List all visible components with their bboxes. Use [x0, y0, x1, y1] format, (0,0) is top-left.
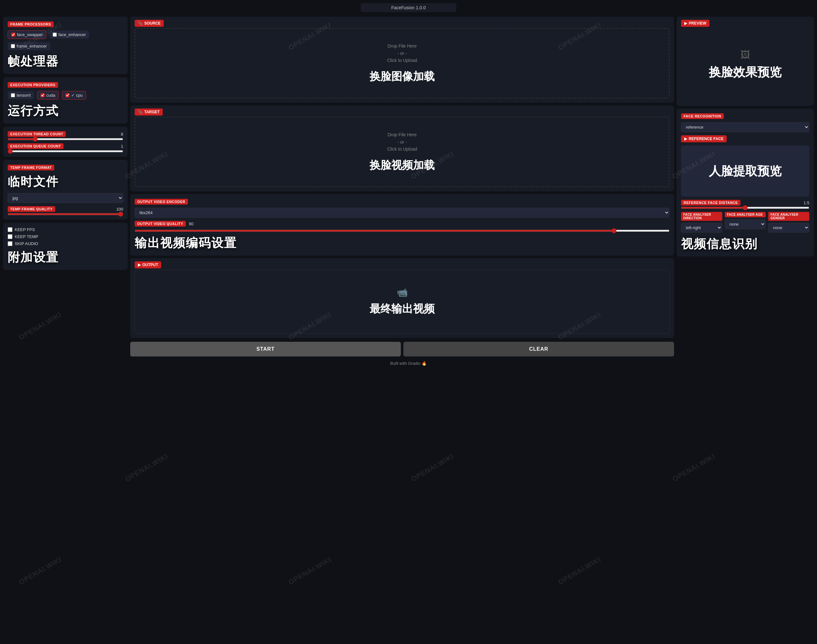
- face-recognition-badge: FACE RECOGNITION: [681, 113, 724, 119]
- face-recognition-select[interactable]: reference many: [681, 122, 809, 132]
- skip-audio-checkbox[interactable]: [8, 241, 12, 246]
- target-drop-text: Drop File Here - or - Click to Upload: [387, 131, 417, 153]
- execution-thread-slider[interactable]: [8, 138, 123, 140]
- frame-processors-chinese: 帧处理器: [8, 53, 123, 70]
- source-drop-line2: - or -: [397, 51, 407, 56]
- encoder-row: OUTPUT VIDEO ENCODER libx264 libx265 lib…: [135, 198, 670, 251]
- execution-thread-slider-row: EXECUTION THREAD COUNT 8: [8, 131, 123, 140]
- preview-placeholder-icon: 🖼: [740, 49, 750, 60]
- right-panel: ▶ PREVIEW 🖼 换脸效果预览 FACE RECOGNIT: [677, 17, 814, 256]
- main-layout: FRAME PROCESSORS face_swapper face_enhan…: [3, 17, 814, 356]
- execution-providers-badge: EXECUTION PROVIDERS: [8, 82, 58, 88]
- skip-audio-item[interactable]: SKIP AUDIO: [8, 241, 123, 246]
- encoder-chinese: 输出视频编码设置: [135, 235, 670, 251]
- target-badge: 📎 TARGET: [135, 109, 163, 115]
- ref-distance-slider[interactable]: [681, 207, 809, 209]
- execution-thread-badge: EXECUTION THREAD COUNT: [8, 131, 66, 137]
- temp-frame-quality-slider[interactable]: [8, 213, 123, 215]
- preview-badge-label: PREVIEW: [689, 21, 706, 26]
- checkbox-frame-enhancer[interactable]: frame_enhancer: [8, 42, 50, 50]
- encoder-badge: OUTPUT VIDEO ENCODER: [135, 199, 188, 205]
- face-analyser-age-select[interactable]: none child teen adult senior: [725, 219, 766, 229]
- keep-temp-checkbox[interactable]: [8, 234, 12, 239]
- source-section: 📎 SOURCE Drop File Here - or - Click to …: [130, 17, 674, 103]
- extra-settings-checkboxes: KEEP FPS KEEP TEMP SKIP AUDIO: [8, 227, 123, 246]
- preview-header: ▶ PREVIEW: [677, 17, 814, 28]
- preview-chinese: 换脸效果预览: [709, 64, 782, 80]
- frame-processors-badge: FRAME PROCESSORS: [8, 21, 54, 27]
- output-section: ▶ OUTPUT 📹 最终输出视频: [130, 258, 674, 338]
- left-panel: FRAME PROCESSORS face_swapper face_enhan…: [3, 17, 128, 270]
- frame-enhancer-checkbox[interactable]: [11, 44, 15, 48]
- preview-section: ▶ PREVIEW 🖼 换脸效果预览: [677, 17, 814, 106]
- target-section: 📎 TARGET Drop File Here - or - Click to …: [130, 105, 674, 192]
- face-enhancer-checkbox[interactable]: [53, 32, 57, 37]
- cuda-checkbox[interactable]: [41, 93, 45, 97]
- source-drop-zone[interactable]: Drop File Here - or - Click to Upload 换脸…: [135, 28, 670, 98]
- tensorrt-checkbox[interactable]: [11, 93, 15, 97]
- face-analyser-gender-col: FACE ANALYSER GENDER none male female: [768, 212, 809, 233]
- ref-distance-label-row: REFERENCE FACE DISTANCE 1.5: [681, 200, 809, 205]
- reference-face-zone: 人脸提取预览: [681, 146, 809, 196]
- info-chinese: 视频信息识别: [681, 236, 809, 252]
- reference-face-badge: ▶ REFERENCE FACE: [681, 135, 727, 142]
- temp-frame-chinese: 临时文件: [8, 173, 123, 190]
- encoder-section: OUTPUT VIDEO ENCODER libx264 libx265 lib…: [130, 194, 674, 256]
- face-analyser-direction-select[interactable]: left-right top-bottom bottom-top small-l…: [681, 223, 722, 233]
- execution-queue-slider-row: EXECUTION QUEUE COUNT 1: [8, 143, 123, 152]
- temp-frame-quality-value: 100: [116, 207, 123, 212]
- app-container: FaceFusion 1.0.0 FRAME PROCESSORS face_s…: [0, 0, 817, 371]
- execution-thread-value: 8: [121, 132, 123, 136]
- preview-badge: ▶ PREVIEW: [681, 20, 710, 27]
- source-header: 📎 SOURCE: [130, 17, 674, 28]
- cpu-checkbox[interactable]: [66, 93, 70, 97]
- source-body: Drop File Here - or - Click to Upload 换脸…: [130, 28, 674, 103]
- action-buttons: START CLEAR: [130, 342, 674, 356]
- target-drop-zone[interactable]: Drop File Here - or - Click to Upload 换脸…: [135, 117, 670, 187]
- temp-frame-quality-badge: TEMP FRAME QUALITY: [8, 206, 55, 212]
- encoder-select[interactable]: libx264 libx265 libvpx-vp9 h264_nvenc: [135, 208, 670, 218]
- checkbox-face-swapper[interactable]: face_swapper: [8, 30, 46, 39]
- footer-text: Built with Gradio 🔥: [390, 361, 427, 366]
- temp-frame-format-select[interactable]: jpg png bmp: [8, 193, 123, 203]
- frame-processors-card: FRAME PROCESSORS face_swapper face_enhan…: [3, 17, 128, 74]
- skip-audio-label: SKIP AUDIO: [15, 241, 38, 246]
- execution-thread-card: EXECUTION THREAD COUNT 8 EXECUTION QUEUE…: [3, 127, 128, 157]
- face-recognition-card: FACE RECOGNITION reference many ▶ REFERE…: [677, 109, 814, 256]
- checkbox-cuda[interactable]: cuda: [37, 91, 59, 100]
- execution-queue-badge: EXECUTION QUEUE COUNT: [8, 143, 63, 149]
- checkbox-cpu[interactable]: ✓ cpu: [62, 91, 86, 100]
- reference-face-icon: ▶: [684, 136, 687, 141]
- checkbox-face-enhancer[interactable]: face_enhancer: [49, 31, 89, 38]
- output-header: ▶ OUTPUT: [130, 258, 674, 270]
- face-analyser-gender-select[interactable]: none male female: [768, 223, 809, 233]
- face-analyser-direction-badge: FACE ANALYSER DIRECTION: [681, 212, 722, 221]
- reference-face-chinese: 人脸提取预览: [709, 163, 782, 179]
- face-swapper-checkbox[interactable]: [11, 32, 15, 37]
- extra-settings-chinese: 附加设置: [8, 249, 123, 265]
- quality-slider[interactable]: [135, 230, 670, 232]
- temp-frame-quality-row: TEMP FRAME QUALITY 100: [8, 206, 123, 215]
- frame-processors-options: face_swapper face_enhancer frame_enhance…: [8, 30, 123, 50]
- title-bar: FaceFusion 1.0.0: [361, 3, 456, 12]
- execution-queue-slider[interactable]: [8, 150, 123, 152]
- output-badge: ▶ OUTPUT: [135, 261, 161, 268]
- keep-temp-item[interactable]: KEEP TEMP: [8, 234, 123, 239]
- keep-fps-label: KEEP FPS: [15, 227, 35, 232]
- quality-badge: OUTPUT VIDEO QUALITY: [135, 221, 186, 227]
- output-chinese: 最终输出视频: [369, 302, 435, 316]
- execution-queue-label-row: EXECUTION QUEUE COUNT 1: [8, 143, 123, 149]
- quality-row: OUTPUT VIDEO QUALITY 90: [135, 221, 670, 227]
- output-zone: 📹 最终输出视频: [135, 270, 670, 333]
- face-analyser-gender-badge: FACE ANALYSER GENDER: [768, 212, 809, 221]
- clear-button[interactable]: CLEAR: [403, 342, 674, 356]
- checkbox-tensorrt[interactable]: tensorrt: [8, 91, 34, 99]
- keep-fps-item[interactable]: KEEP FPS: [8, 227, 123, 232]
- footer: Built with Gradio 🔥: [3, 359, 814, 368]
- ref-distance-row: REFERENCE FACE DISTANCE 1.5: [681, 200, 809, 209]
- source-badge: 📎 SOURCE: [135, 20, 164, 27]
- start-button[interactable]: START: [130, 342, 401, 356]
- target-drop-line1: Drop File Here: [388, 132, 417, 137]
- ref-distance-badge: REFERENCE FACE DISTANCE: [681, 200, 740, 205]
- keep-fps-checkbox[interactable]: [8, 227, 12, 232]
